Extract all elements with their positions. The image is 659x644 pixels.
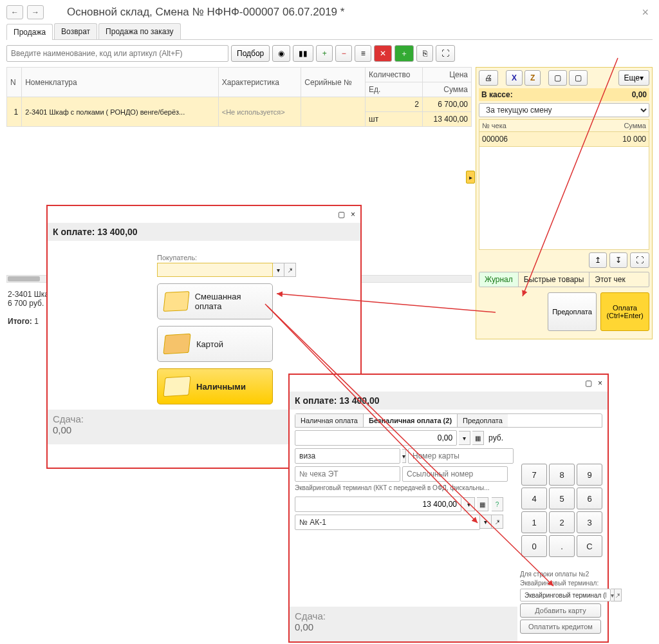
visa-input[interactable] xyxy=(295,448,400,464)
key-7[interactable]: 7 xyxy=(521,464,547,486)
amount1-input[interactable] xyxy=(295,430,457,446)
key-6[interactable]: 6 xyxy=(577,488,602,509)
open-icon[interactable]: ⭷ xyxy=(284,263,296,277)
check-list xyxy=(479,147,649,250)
visa-dropdown-icon[interactable]: ▾ xyxy=(402,449,406,463)
cash-value: 0,00 xyxy=(632,90,647,99)
key-5[interactable]: 5 xyxy=(549,488,575,509)
tab-order-sale[interactable]: Продажа по заказу xyxy=(98,23,181,39)
more-button[interactable]: Еще ▾ xyxy=(618,70,649,86)
summary-area: 2-3401 Шка 6 700 руб. Итого: 1 xyxy=(8,290,49,326)
copy-icon[interactable]: ⎘ xyxy=(416,45,433,62)
account-dropdown-icon[interactable]: ▾ xyxy=(480,515,492,529)
pay-button[interactable]: Оплата (Ctrl+Enter) xyxy=(600,292,649,331)
amount2-calc-icon[interactable]: ▦ xyxy=(477,497,488,511)
prepay-button[interactable]: Предоплата xyxy=(548,292,597,331)
search-input[interactable] xyxy=(6,45,228,62)
sort-up-icon[interactable]: ↥ xyxy=(589,252,607,268)
account-input[interactable] xyxy=(295,515,480,530)
amount2-help-icon[interactable]: ? xyxy=(492,497,503,511)
tab-noncash[interactable]: Безналичная оплата (2) xyxy=(364,414,458,427)
tab-sale[interactable]: Продажа xyxy=(6,24,53,40)
tab-fast[interactable]: Быстрые товары xyxy=(519,272,590,287)
maximize-icon[interactable]: ▢ xyxy=(338,210,345,219)
cash-pay-button[interactable]: Наличными xyxy=(157,368,273,404)
expand2-icon[interactable]: ⛶ xyxy=(630,252,649,268)
key-3[interactable]: 3 xyxy=(577,511,602,533)
delete-icon[interactable]: ✕ xyxy=(374,45,392,62)
cash-label: В кассе: xyxy=(481,90,513,99)
key-dot[interactable]: . xyxy=(549,535,575,557)
key-1[interactable]: 1 xyxy=(521,511,547,533)
back-button[interactable]: ← xyxy=(6,5,23,19)
ref-number-input[interactable] xyxy=(402,466,508,482)
card-number-input[interactable] xyxy=(408,448,514,464)
terminal-select[interactable] xyxy=(520,589,611,601)
card-icon xyxy=(163,334,190,354)
barcode-icon[interactable]: ▮▮ xyxy=(293,45,313,62)
bottom-tabs: Журнал Быстрые товары Этот чек xyxy=(479,272,649,287)
change2-value: 0,00 xyxy=(295,621,313,632)
tab-return[interactable]: Возврат xyxy=(54,23,97,39)
account-open-icon[interactable]: ⭷ xyxy=(492,515,503,529)
toolbar: Подбор ◉ ▮▮ + − ≡ ✕ ＋ ⎘ ⛶ xyxy=(6,45,653,62)
maximize-icon[interactable]: ▢ xyxy=(585,379,592,388)
shift-select[interactable]: За текущую смену xyxy=(479,103,649,117)
rub-label: руб. xyxy=(488,433,503,442)
view-icon[interactable]: ◉ xyxy=(272,45,290,62)
table-row[interactable]: 1 2-3401 Шкаф с полками ( РОНДО) венге/б… xyxy=(7,97,472,112)
list-icon[interactable]: ≡ xyxy=(355,45,371,62)
dialog-total: К оплате: 13 400,00 xyxy=(48,223,360,241)
close-icon[interactable]: × xyxy=(598,379,602,388)
titlebar: ← → Основной склад, Смена № НФНФ-000007 … xyxy=(0,0,659,23)
window-title: Основной склад, Смена № НФНФ-000007 06.0… xyxy=(67,6,638,19)
change2-label: Сдача: xyxy=(295,611,326,621)
keypad: 7 8 9 4 5 6 1 2 3 0 . C xyxy=(521,464,602,557)
add-card-button[interactable]: Добавить карту xyxy=(520,603,601,618)
amount1-dropdown-icon[interactable]: ▾ xyxy=(459,431,470,445)
buyer-label: Покупатель: xyxy=(157,254,355,261)
change-label: Сдача: xyxy=(53,413,84,424)
change-value: 0,00 xyxy=(53,424,71,435)
key-9[interactable]: 9 xyxy=(577,464,602,486)
key-4[interactable]: 4 xyxy=(521,488,547,509)
close-icon[interactable]: × xyxy=(351,210,355,219)
term-label: Эквайринговый терминал: xyxy=(520,580,602,587)
check-row[interactable]: 000006 10 000 xyxy=(479,132,649,147)
et-check-input[interactable] xyxy=(295,466,400,482)
add-icon[interactable]: ＋ xyxy=(394,45,414,62)
zreport-icon[interactable]: Z xyxy=(524,70,541,86)
key-clear[interactable]: C xyxy=(577,535,602,557)
noncash-dialog: ▢ × К оплате: 13 400,00 Наличная оплата … xyxy=(288,374,609,643)
tab-journal[interactable]: Журнал xyxy=(479,272,519,287)
plus-icon[interactable]: + xyxy=(316,45,333,62)
tab-prepay[interactable]: Предоплата xyxy=(458,414,508,427)
tab-cash[interactable]: Наличная оплата xyxy=(295,414,364,427)
amount2-dropdown-icon[interactable]: ▾ xyxy=(463,497,475,511)
sort-down-icon[interactable]: ↧ xyxy=(609,252,627,268)
collapse-handle[interactable]: ▸ xyxy=(466,171,475,184)
dialog2-total: К оплате: 13 400,00 xyxy=(290,392,608,410)
print-icon[interactable]: 🖨 xyxy=(479,70,498,86)
forward-button[interactable]: → xyxy=(27,5,44,19)
screen2-icon[interactable]: ▢ xyxy=(569,70,588,86)
amount2-input[interactable] xyxy=(295,497,461,512)
terminal-info: Эквайринговый терминал (ККТ с передачей … xyxy=(295,484,503,491)
key-2[interactable]: 2 xyxy=(549,511,575,533)
select-button[interactable]: Подбор xyxy=(231,45,270,62)
dropdown-icon[interactable]: ▾ xyxy=(273,263,284,277)
key-0[interactable]: 0 xyxy=(521,535,547,557)
xreport-icon[interactable]: X xyxy=(506,70,523,86)
mixed-pay-button[interactable]: Смешанная оплата xyxy=(157,283,273,319)
card-pay-button[interactable]: Картой xyxy=(157,326,273,362)
terminal-open-icon[interactable]: ⭷ xyxy=(615,589,622,601)
key-8[interactable]: 8 xyxy=(549,464,575,486)
buyer-input[interactable] xyxy=(157,263,273,277)
tab-thischeck[interactable]: Этот чек xyxy=(589,272,630,287)
pay-credit-button[interactable]: Оплатить кредитом xyxy=(520,620,601,634)
amount1-calc-icon[interactable]: ▦ xyxy=(472,431,484,445)
minus-icon[interactable]: − xyxy=(335,45,352,62)
expand-icon[interactable]: ⛶ xyxy=(436,45,455,62)
close-icon[interactable]: × xyxy=(642,6,649,19)
screen1-icon[interactable]: ▢ xyxy=(548,70,567,86)
